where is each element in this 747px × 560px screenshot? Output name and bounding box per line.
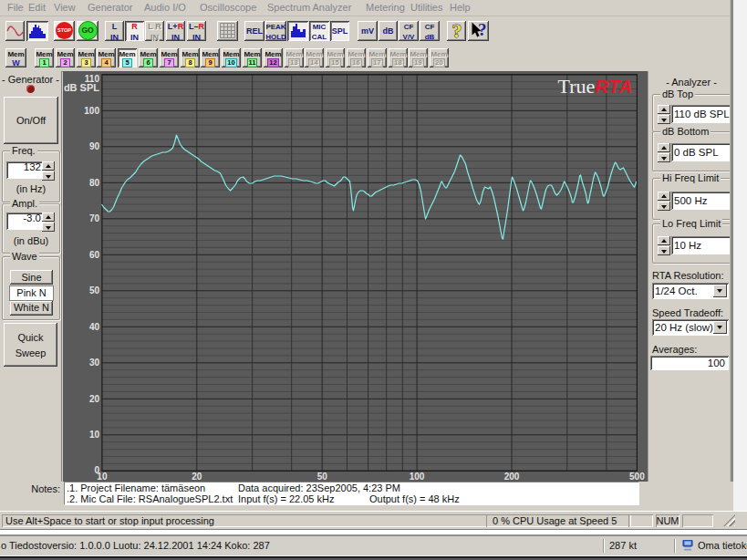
svg-text:90: 90 bbox=[88, 141, 99, 151]
svg-text:20: 20 bbox=[192, 472, 202, 482]
svg-text:200: 200 bbox=[503, 472, 519, 482]
svg-text:TrueRTA: TrueRTA bbox=[557, 75, 632, 98]
svg-text:20: 20 bbox=[88, 394, 99, 404]
svg-text:?: ? bbox=[451, 21, 462, 40]
svg-text:10: 10 bbox=[88, 430, 99, 440]
svg-text:70: 70 bbox=[88, 213, 99, 223]
svg-text:50: 50 bbox=[316, 472, 327, 482]
svg-text:30: 30 bbox=[88, 358, 99, 368]
svg-text:10: 10 bbox=[97, 472, 108, 482]
svg-text:500: 500 bbox=[629, 472, 645, 482]
svg-text:100: 100 bbox=[84, 106, 99, 116]
svg-text:50: 50 bbox=[88, 285, 99, 296]
svg-text:80: 80 bbox=[88, 178, 99, 188]
svg-text:40: 40 bbox=[88, 322, 99, 332]
svg-text:100: 100 bbox=[409, 472, 424, 482]
svg-text:dB SPL: dB SPL bbox=[63, 82, 99, 93]
svg-text:60: 60 bbox=[88, 250, 99, 260]
